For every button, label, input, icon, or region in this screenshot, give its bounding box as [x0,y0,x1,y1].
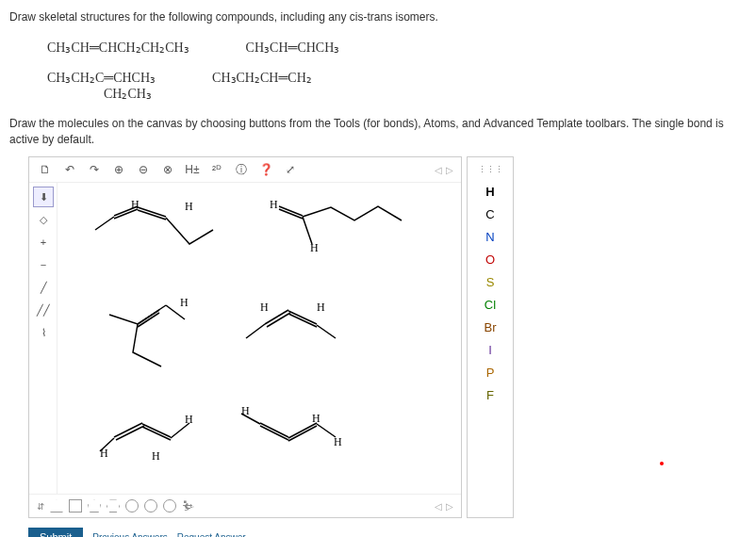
nav-left-icon[interactable]: ◁ [435,165,442,175]
expand-button[interactable]: ⤢ [282,161,299,178]
h-label: H [310,241,319,255]
atom-cl[interactable]: Cl [471,295,509,314]
h-label: H [317,301,325,315]
h-label: H [100,447,108,461]
atom-f[interactable]: F [471,385,509,404]
h-label: H [180,296,189,310]
bottom-toolbar: ⇵ ⛷ ◁ ▷ [29,494,461,517]
molecule-editor: 🗋 ↶ ↷ ⊕ ⊖ ⊗ H± ²ᴰ ⓘ ❓ ⤢ ◁ ▷ ⬇ ◇ + − ╱ ╱╱ [28,156,462,518]
left-toolbar: ⬇ ◇ + − ╱ ╱╱ ⌇ [29,183,58,494]
formula-1: CH₃CH═CHCH₂CH₂CH₃ [47,40,189,56]
submit-button[interactable]: Submit [28,528,83,537]
charge-plus-tool[interactable]: + [33,232,54,252]
top-toolbar: 🗋 ↶ ↷ ⊕ ⊖ ⊗ H± ²ᴰ ⓘ ❓ ⤢ ◁ ▷ [29,157,461,183]
h-label: H [185,413,193,427]
atom-h[interactable]: H [471,182,509,201]
hexagon-template[interactable] [107,499,120,513]
atom-br[interactable]: Br [471,317,509,336]
charge-minus-tool[interactable]: − [33,254,54,275]
h-label: H [312,412,320,426]
previous-answers-link[interactable]: Previous Answers [92,532,167,537]
help-button[interactable]: ❓ [257,161,274,178]
formula-4: CH₃CH₂CH═CH₂ [212,70,312,102]
zoom-in-button[interactable]: ⊕ [110,161,127,178]
atom-o[interactable]: O [471,250,509,268]
instruction-text: Draw the molecules on the canvas by choo… [9,116,747,148]
h-label: H [241,404,250,418]
atom-panel: ⋮⋮⋮ H C N O S Cl Br I P F [467,156,514,518]
formula-3-top: CH₃CH₂C═CHCH₃ [47,70,156,86]
view-2d-button[interactable]: ²ᴰ [208,161,225,178]
pentagon-template[interactable] [88,499,101,513]
heptagon-template[interactable] [125,499,139,513]
formula-3-bot: CH₂CH₃ [104,86,156,102]
single-bond-tool[interactable]: ╱ [33,277,54,298]
hydrogen-toggle-button[interactable]: H± [184,161,201,178]
erase-tool[interactable]: ◇ [33,209,54,230]
triangle-template[interactable] [50,499,63,513]
redo-button[interactable]: ↷ [86,161,103,178]
updown-icon[interactable]: ⇵ [37,501,44,512]
red-dot-marker [660,462,664,465]
formula-block: CH₃CH═CHCH₂CH₂CH₃ CH₃CH═CHCH₃ [47,40,747,56]
periodic-table-button[interactable]: ⋮⋮⋮ [471,161,509,178]
h-label: H [185,200,193,214]
chain-tool[interactable]: ⌇ [33,322,54,343]
formula-2: CH₃CH═CHCH₃ [246,40,340,56]
h-label: H [334,435,342,449]
nav-right-icon[interactable]: ▷ [446,165,453,175]
info-button[interactable]: ⓘ [233,161,250,178]
request-answer-link[interactable]: Request Answer [177,532,246,537]
double-bond-tool[interactable]: ╱╱ [33,300,54,320]
formula-block-2: CH₃CH₂C═CHCH₃ CH₂CH₃ CH₃CH₂CH═CH₂ [47,70,747,102]
square-template[interactable] [69,499,82,513]
drawing-canvas[interactable]: H H H H H H H H H H H H H [58,183,461,494]
zoom-fit-button[interactable]: ⊗ [159,161,176,178]
question-text: Draw skeletal structures for the followi… [9,9,747,25]
person-template[interactable]: ⛷ [182,498,195,513]
atom-s[interactable]: S [471,272,509,291]
octagon-template[interactable] [144,499,157,513]
h-label: H [270,198,278,212]
new-button[interactable]: 🗋 [37,161,54,178]
atom-c[interactable]: C [471,204,509,223]
zoom-out-button[interactable]: ⊖ [135,161,152,178]
h-label: H [152,449,160,464]
undo-button[interactable]: ↶ [61,161,78,178]
atom-i[interactable]: I [471,340,509,359]
h-label: H [260,301,269,315]
move-tool[interactable]: ⬇ [33,187,54,207]
atom-p[interactable]: P [471,363,509,382]
h-label: H [131,198,140,212]
atom-n[interactable]: N [471,227,509,246]
benzene-template[interactable] [163,499,176,513]
nav-right-bottom[interactable]: ▷ [446,501,453,512]
nav-left-bottom[interactable]: ◁ [435,501,442,512]
